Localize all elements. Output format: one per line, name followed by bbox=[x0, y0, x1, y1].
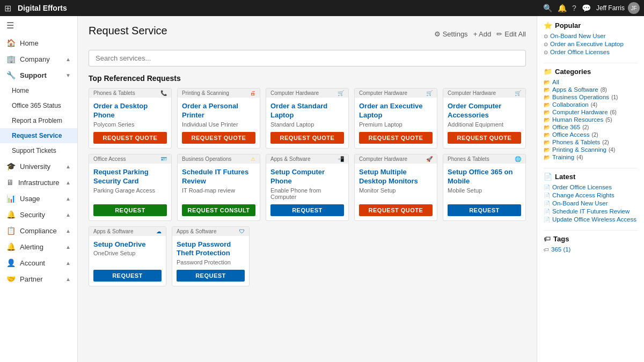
popular-link-3[interactable]: ⊙ Order Office Licenses bbox=[544, 49, 638, 55]
category-training[interactable]: 📂Training (4) bbox=[544, 154, 638, 160]
request-quote-button[interactable]: REQUEST QUOTE bbox=[359, 132, 433, 144]
card-category: Phones & Tablets 📞 bbox=[89, 88, 171, 98]
sidebar-item-company[interactable]: 🏢 Company ▲ bbox=[0, 51, 77, 67]
card-title[interactable]: Order a Personal Printer bbox=[182, 102, 255, 120]
chevron-icon-i: ▲ bbox=[65, 180, 71, 186]
card-title[interactable]: Setup Multiple Desktop Monitors bbox=[359, 168, 433, 186]
latest-link-4[interactable]: 📄Schedule IT Futures Review bbox=[544, 208, 638, 215]
add-button[interactable]: + Add bbox=[473, 30, 492, 38]
tag-365[interactable]: 🏷 365 (1) bbox=[544, 246, 638, 253]
latest-link-1[interactable]: 📄Order Office Licenses bbox=[544, 184, 638, 190]
request-button[interactable]: REQUEST bbox=[448, 204, 521, 216]
sidebar-item-usage[interactable]: 📊 Usage ▲ bbox=[0, 190, 77, 206]
card-title[interactable]: Schedule IT Futures Review bbox=[182, 168, 255, 186]
card-title[interactable]: Order a Standard Laptop bbox=[270, 102, 344, 120]
hamburger-button[interactable]: ☰ bbox=[0, 16, 77, 35]
category-hr[interactable]: 📂Human Resources (5) bbox=[544, 116, 638, 123]
category-computer-hw[interactable]: 📂Computer Hardware (6) bbox=[544, 109, 638, 115]
category-business[interactable]: 📂Business Operations (1) bbox=[544, 94, 638, 100]
chevron-icon-u: ▲ bbox=[65, 164, 71, 169]
popular-link-1[interactable]: ⊙ On-Board New User bbox=[544, 33, 638, 39]
request-button[interactable]: REQUEST bbox=[177, 270, 245, 282]
sidebar-item-alerting[interactable]: 🔔 Alerting ▲ bbox=[0, 239, 77, 255]
bell-icon[interactable]: 🔔 bbox=[558, 4, 567, 12]
category-apps[interactable]: 📂Apps & Software (8) bbox=[544, 86, 638, 93]
user-info[interactable]: Jeff Farris JF bbox=[596, 2, 640, 14]
sidebar-item-partner[interactable]: 🤝 Partner ▲ bbox=[0, 271, 77, 287]
category-printing[interactable]: 📂Printing & Scanning (4) bbox=[544, 146, 638, 153]
latest-link-2[interactable]: 📄Change Access Rights bbox=[544, 192, 638, 198]
sidebar-item-support-home[interactable]: Home bbox=[0, 83, 77, 98]
category-office-access[interactable]: 📂Office Access (2) bbox=[544, 131, 638, 138]
help-icon[interactable]: ? bbox=[572, 4, 576, 12]
category-collab[interactable]: 📂Collaboration (4) bbox=[544, 101, 638, 108]
request-quote-button[interactable]: REQUEST QUOTE bbox=[448, 132, 521, 144]
latest-link-5[interactable]: 📄Update Office Wireless Access bbox=[544, 216, 638, 223]
card-category: Phones & Tablets 🌐 bbox=[443, 154, 525, 164]
folder-icon: 📂 bbox=[544, 154, 550, 160]
request-quote-button[interactable]: REQUEST QUOTE bbox=[270, 132, 344, 144]
sidebar-label-partner: Partner bbox=[20, 275, 61, 283]
folder-icon: 📂 bbox=[544, 124, 550, 130]
request-quote-button[interactable]: REQUEST QUOTE bbox=[93, 132, 167, 144]
sidebar-item-university[interactable]: 🎓 University ▲ bbox=[0, 158, 77, 174]
doc-icon: 📄 bbox=[544, 201, 550, 206]
request-quote-button[interactable]: REQUEST QUOTE bbox=[359, 204, 433, 216]
card-title[interactable]: Setup Password Theft Protection bbox=[177, 240, 245, 258]
sidebar-item-tickets[interactable]: Support Tickets bbox=[0, 143, 77, 158]
request-consult-button[interactable]: REQUEST CONSULT bbox=[182, 204, 255, 216]
sidebar-item-compliance[interactable]: 📋 Compliance ▲ bbox=[0, 223, 77, 239]
chevron-icon-se: ▲ bbox=[65, 212, 71, 218]
card-setup-onedrive: Apps & Software ☁ Setup OneDrive OneDriv… bbox=[89, 226, 166, 287]
latest-link-3[interactable]: 📄On-Board New User bbox=[544, 200, 638, 206]
sidebar-item-account[interactable]: 👤 Account ▲ bbox=[0, 255, 77, 271]
card-title[interactable]: Setup OneDrive bbox=[93, 240, 162, 249]
card-title[interactable]: Setup Office 365 on Mobile bbox=[448, 168, 521, 186]
grid-icon[interactable]: ⊞ bbox=[4, 3, 11, 13]
tags-title: 🏷 Tags bbox=[544, 235, 638, 243]
chat-icon[interactable]: 💬 bbox=[582, 4, 591, 12]
popular-link-2[interactable]: ⊙ Order an Executive Laptop bbox=[544, 41, 638, 47]
page-header: Request Service ⚙ Settings + Add ✏ Edit … bbox=[89, 25, 526, 43]
request-button[interactable]: REQUEST bbox=[93, 204, 167, 216]
category-phones[interactable]: 📂Phones & Tablets (2) bbox=[544, 139, 638, 145]
sidebar-item-security[interactable]: 🔔 Security ▲ bbox=[0, 206, 77, 223]
card-title[interactable]: Setup Computer Phone bbox=[270, 168, 344, 186]
search-icon[interactable]: 🔍 bbox=[543, 4, 552, 12]
popular-icon: ⭐ bbox=[544, 21, 552, 29]
sidebar-item-support[interactable]: 🔧 Support ▼ bbox=[0, 67, 77, 83]
latest-title: 📄 Latest bbox=[544, 173, 638, 181]
sidebar-item-office365[interactable]: Office 365 Status bbox=[0, 98, 77, 113]
shield-icon: 🛡 bbox=[239, 228, 245, 234]
sidebar-item-report[interactable]: Report a Problem bbox=[0, 113, 77, 128]
section-title: Top Referenced Requests bbox=[89, 74, 526, 83]
user-name: Jeff Farris bbox=[596, 4, 625, 12]
categories-title: 📁 Categories bbox=[544, 68, 638, 76]
card-setup-computer-phone: Apps & Software 📲 Setup Computer Phone E… bbox=[266, 154, 349, 221]
card-title[interactable]: Order an Executive Laptop bbox=[359, 102, 433, 120]
request-button[interactable]: REQUEST bbox=[270, 204, 344, 216]
page-title: Request Service bbox=[89, 25, 167, 37]
category-o365[interactable]: 📂Office 365 (2) bbox=[544, 124, 638, 130]
sidebar-item-request[interactable]: Request Service bbox=[0, 128, 77, 143]
card-setup-multiple-monitors: Computer Hardware 🚀 Setup Multiple Deskt… bbox=[354, 154, 437, 221]
sidebar-item-home[interactable]: 🏠 Home bbox=[0, 35, 77, 51]
search-input[interactable] bbox=[89, 50, 526, 67]
card-title[interactable]: Order a Desktop Phone bbox=[93, 102, 167, 120]
doc-icon: 📄 bbox=[544, 184, 550, 190]
sidebar-item-infrastructure[interactable]: 🖥 Infrastructure ▲ bbox=[0, 174, 77, 190]
card-schedule-it-futures: Business Operations ⚠ Schedule IT Future… bbox=[177, 154, 260, 221]
link-icon: ⊙ bbox=[544, 49, 548, 55]
category-all[interactable]: 📂All bbox=[544, 79, 638, 85]
edit-button[interactable]: ✏ Edit All bbox=[496, 30, 526, 38]
card-title[interactable]: Order Computer Accessories bbox=[448, 102, 521, 120]
card-category: Computer Hardware 🛒 bbox=[443, 88, 525, 98]
phone2-icon: 📲 bbox=[338, 156, 344, 162]
request-button[interactable]: REQUEST bbox=[93, 270, 162, 282]
settings-button[interactable]: ⚙ Settings bbox=[434, 30, 468, 38]
sidebar-label-infrastructure: Infrastructure bbox=[18, 179, 61, 187]
request-quote-button[interactable]: REQUEST QUOTE bbox=[182, 132, 255, 144]
link-icon: ⊙ bbox=[544, 33, 548, 39]
card-title[interactable]: Request Parking Security Card bbox=[93, 168, 167, 186]
chevron-icon-us: ▲ bbox=[65, 196, 71, 202]
